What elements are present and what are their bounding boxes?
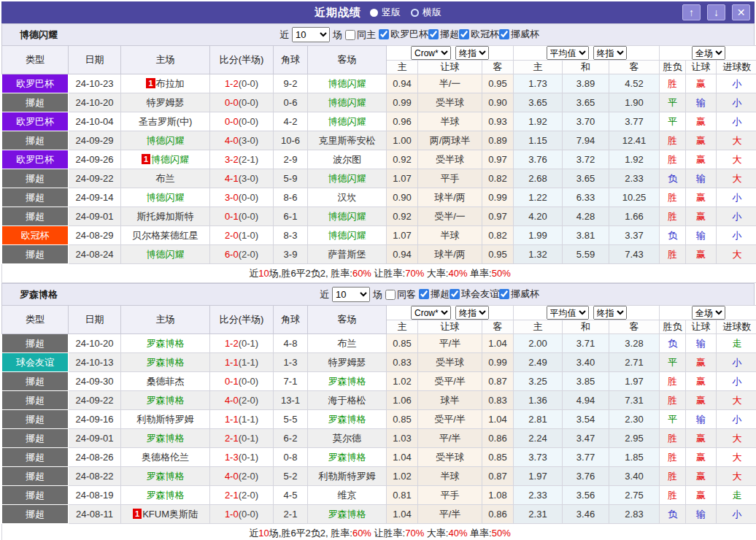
league-checkbox[interactable] [428,29,439,39]
handicap-result-cell: 赢 [686,112,717,131]
league-checkbox[interactable] [419,289,429,299]
halftime-score: (0-0) [239,78,258,89]
euro-away-odds: 2.33 [609,169,660,188]
league-filter-欧罗巴杯[interactable]: 欧罗巴杯 [379,28,428,41]
layout-radio-option[interactable]: 横版 [411,6,441,19]
goals-result-cell: 小 [717,372,756,391]
close-button[interactable]: ✕ [732,4,750,20]
league-checkbox[interactable] [499,29,509,39]
result-cell: 胜 [660,245,686,264]
league-badge: 挪超 [2,372,69,391]
match-score: 1-0(0-0) [210,505,274,524]
league-checkbox[interactable] [459,29,469,39]
halftime-score: (2-0) [239,395,258,406]
league-filter-挪威杯[interactable]: 挪威杯 [499,28,539,41]
away-team: 利勒斯特罗姆 [308,467,387,486]
average-select[interactable]: 平均值 [547,46,589,60]
match-score: 2-1(0-1) [210,429,274,448]
handicap-result-cell: 赢 [686,131,717,150]
result-cell: 负 [660,169,686,188]
same-venue-checkbox[interactable] [385,290,396,300]
result-cell: 平 [660,410,686,429]
away-team-name: 波尔图 [333,154,361,165]
euro-home-odds: 2.24 [514,429,563,448]
same-venue-checkbox[interactable] [345,30,355,40]
league-filter-欧冠杯[interactable]: 欧冠杯 [459,28,499,41]
bookmaker-select[interactable]: Crow* [411,306,451,320]
match-date: 24-09-26 [69,150,121,169]
radio-unselected-icon[interactable] [411,9,419,17]
home-team-name: 桑德菲杰 [147,376,185,387]
league-checkbox[interactable] [450,289,460,299]
summary-label: 让胜率: [371,528,405,539]
match-date: 24-10-20 [69,93,121,112]
league-badge: 挪超 [2,410,69,429]
home-team: 1博德闪耀 [121,150,210,169]
widget-title: 近期战绩 [315,6,361,20]
col-header-away: 客场 [308,306,387,334]
match-score: 4-0(3-0) [210,131,274,150]
table-row: 挪超24-08-26奥德格伦兰1-3(0-1)0-8罗森博格1.04受半球0.8… [2,448,756,467]
euro-draw-odds: 3.46 [563,505,609,524]
scope-select[interactable]: 全场 [692,46,725,60]
handicap-line: 平手 [418,486,482,505]
euro-final-select[interactable]: 终指 [593,306,627,320]
league-filter-label: 欧罗巴杯 [390,28,428,41]
match-score: 4-1(3-0) [210,169,274,188]
away-team: 罗森博格 [308,410,387,429]
radio-selected-icon[interactable] [370,9,378,17]
games-count-select[interactable]: 10 [292,27,330,42]
result-cell: 胜 [660,131,686,150]
games-count-select[interactable]: 10 [332,287,370,302]
section-summary-text: 近10场,胜6平2负2, 胜率:60% 让胜率:70% 大率:40% 单率:50… [2,524,756,540]
halftime-score: (0-0) [239,192,258,203]
euro-draw-odds: 3.40 [563,353,609,372]
same-venue-filter[interactable]: 同主 [345,28,376,42]
euro-draw-odds: 3.70 [563,112,609,131]
euro-home-odds: 1.22 [514,188,563,207]
handicap-final-select[interactable]: 终指 [455,46,489,60]
home-team-name: 布兰 [156,173,175,184]
euro-dropdown-cell: 平均值终指 [514,306,660,320]
goals-result-cell: 小 [717,93,756,112]
handicap-line: 受半/一 [418,207,482,226]
handicap-away-odds: 0.86 [482,429,514,448]
league-filter-挪超[interactable]: 挪超 [419,288,450,301]
red-card-badge: 1 [142,154,150,164]
table-row: 欧冠杯24-08-29贝尔格莱德红星2-0(1-0)8-3博德闪耀1.07半球0… [2,226,756,245]
fulltime-score: 2-1 [225,490,239,501]
league-filter-挪威杯[interactable]: 挪威杯 [499,288,539,301]
away-team: 博德闪耀 [308,112,387,131]
league-filter-球会友谊[interactable]: 球会友谊 [450,288,499,301]
league-badge: 挪超 [2,467,69,486]
recent-results-widget: 近期战绩 竖版横版 ↑ ↓ ✕ 博德闪耀 近 10 场 同主 欧罗巴杯挪超欧冠杯… [1,1,755,540]
away-team-name: 罗森博格 [328,376,366,387]
same-venue-filter[interactable]: 同客 [385,288,416,301]
radio-label: 横版 [423,6,441,19]
handicap-result-cell: 赢 [686,448,717,467]
home-team: 博德闪耀 [121,245,210,264]
matches-label: 场 [333,28,342,42]
subcol-handicap-result: 让球 [686,320,717,334]
handicap-final-select[interactable]: 终指 [455,306,489,320]
scope-select[interactable]: 全场 [692,306,725,320]
goals-result-cell: 小 [717,188,756,207]
move-up-button[interactable]: ↑ [682,4,701,20]
halftime-score: (1-0) [239,230,258,241]
handicap-result-cell: 输 [686,334,717,353]
red-card-badge: 1 [146,78,155,88]
corner-score: 3-9 [274,245,308,264]
league-filter-挪超[interactable]: 挪超 [428,28,459,41]
match-score: 6-0(2-0) [210,245,274,264]
move-down-button[interactable]: ↓ [707,4,725,20]
league-checkbox[interactable] [499,289,509,299]
average-select[interactable]: 平均值 [547,306,589,320]
table-row: 挪超24-08-24博德闪耀6-0(2-0)3-9萨普斯堡0.94球半/两0.9… [2,245,756,264]
league-checkbox[interactable] [379,29,389,39]
euro-final-select[interactable]: 终指 [593,46,627,60]
halftime-score: (0-1) [239,433,258,444]
euro-draw-odds: 3.65 [563,169,609,188]
away-team: 博德闪耀 [308,74,387,93]
bookmaker-select[interactable]: Crow* [411,46,451,60]
layout-radio-selected[interactable]: 竖版 [370,6,401,19]
